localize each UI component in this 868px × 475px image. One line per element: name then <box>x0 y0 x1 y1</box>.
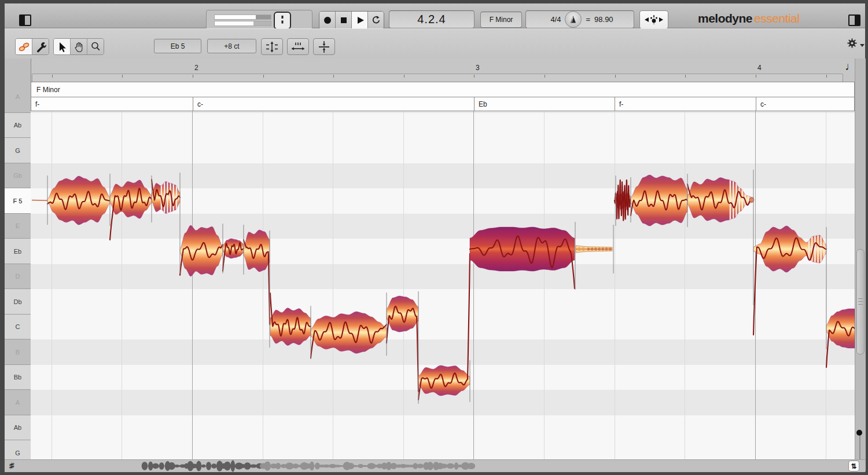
zoom-tool-button[interactable] <box>87 39 104 54</box>
pitch-row-stripe <box>31 365 855 390</box>
leveling-macro-button[interactable] <box>313 38 335 55</box>
pitch-row-stripe <box>31 390 855 415</box>
ruler-tick <box>263 75 264 78</box>
chord-track: F Minor f-c-Ebf-c- <box>31 82 855 111</box>
piano-key-a[interactable]: A <box>5 82 31 113</box>
piano-key-d[interactable]: D <box>5 264 31 290</box>
chord-track-key-label: F Minor <box>36 86 60 94</box>
note-pitch-field[interactable]: Eb 5 <box>154 39 201 53</box>
tempo-value[interactable]: 98.90 <box>594 15 613 24</box>
piano-key-a[interactable]: A <box>5 390 31 415</box>
chord-cell[interactable]: f- <box>615 97 756 111</box>
overview-waveform <box>5 460 865 472</box>
key-display[interactable]: F Minor <box>480 12 522 28</box>
chord-cell[interactable]: Eb <box>474 97 615 111</box>
beat-gridline <box>52 111 52 459</box>
metronome-icon <box>569 15 578 24</box>
pitch-ruler-keys: AAbGGbF 5EEbDDbCBBbAAbG <box>5 59 31 459</box>
correct-pitch-macro-button[interactable] <box>261 38 283 55</box>
beat-gridline <box>544 111 545 459</box>
piano-key-g[interactable]: G <box>5 440 31 459</box>
pitch-row-stripe <box>31 415 855 441</box>
ruler-tick <box>545 75 545 78</box>
pitch-row-stripe <box>31 113 855 138</box>
dashed-line-icon <box>280 15 285 26</box>
chord-cell[interactable]: c- <box>193 97 474 111</box>
cycle-button[interactable] <box>368 12 384 29</box>
scroll-grip <box>858 301 863 302</box>
piano-key-b[interactable]: B <box>5 339 31 365</box>
beat-gridline <box>403 111 404 459</box>
settings-control[interactable] <box>847 38 865 49</box>
autoscroll-button[interactable]: ⇅ <box>848 461 859 472</box>
ruler-tick <box>826 75 827 78</box>
note-assignment-icon <box>643 14 664 25</box>
piano-key-ab[interactable]: Ab <box>5 415 31 441</box>
blob-tool-button[interactable] <box>16 39 32 54</box>
chord-cell[interactable]: f- <box>31 97 193 111</box>
piano-key-g[interactable]: G <box>5 138 31 163</box>
metronome-button[interactable] <box>565 11 582 28</box>
leveling-macro-icon <box>317 41 331 53</box>
piano-key-f5[interactable]: F 5 <box>5 188 31 214</box>
time-signature[interactable]: 4/4 <box>550 15 561 24</box>
tool-toolbar: Eb 5 +8 ct <box>5 28 865 59</box>
timeline-minimap[interactable]: ♯♯ ⇅ <box>5 459 865 472</box>
piano-key-bb[interactable]: Bb <box>5 365 31 390</box>
pitch-row-stripe <box>31 163 855 189</box>
vertical-zoom-knob[interactable] <box>856 430 862 436</box>
piano-key-e[interactable]: E <box>5 214 31 239</box>
beat-gridline <box>333 111 333 459</box>
chord-cell[interactable]: c- <box>756 97 855 111</box>
right-panel-toggle-icon[interactable] <box>848 14 860 26</box>
beat-gridline <box>826 111 826 459</box>
quantize-time-macro-button[interactable] <box>287 38 309 55</box>
ruler-tick <box>685 75 686 78</box>
gear-caret-icon <box>860 44 865 47</box>
cents-offset-field[interactable]: +8 ct <box>207 39 256 53</box>
app-logo: melodyneessential <box>698 12 799 25</box>
stop-icon <box>341 17 347 23</box>
stop-button[interactable] <box>336 12 352 29</box>
left-panel-toggle-icon[interactable] <box>19 14 31 26</box>
beat-gridline <box>615 111 615 459</box>
bar-gridline <box>473 111 474 459</box>
pitch-row-stripe <box>31 138 855 163</box>
piano-key-gb[interactable]: Gb <box>5 163 31 189</box>
hand-tool-button[interactable] <box>71 39 87 54</box>
level-meter-bottom[interactable] <box>214 21 271 26</box>
gear-icon <box>847 38 858 49</box>
piano-key-ab[interactable]: Ab <box>5 113 31 138</box>
pitch-row-stripe <box>31 188 855 214</box>
song-position-display[interactable]: 4.2.4 <box>389 10 475 28</box>
note-assignment-button[interactable] <box>639 10 668 29</box>
piano-key-db[interactable]: Db <box>5 289 31 315</box>
cycle-icon <box>372 16 381 25</box>
piano-key-c[interactable]: C <box>5 315 31 340</box>
logo-melodyne: melodyne <box>698 12 752 25</box>
magnifier-icon <box>90 41 101 52</box>
ruler-tick <box>333 75 334 78</box>
vertical-scrollbar[interactable] <box>856 249 865 355</box>
play-icon <box>358 17 364 24</box>
note-assignment-tool-button[interactable] <box>32 39 49 54</box>
piano-key-eb[interactable]: Eb <box>5 239 31 264</box>
level-meter-group <box>206 10 312 30</box>
note-editor-grid[interactable] <box>31 111 855 459</box>
chord-track-key-row[interactable]: F Minor <box>31 82 854 97</box>
pitch-row-stripe <box>31 339 855 365</box>
monitor-button[interactable] <box>274 12 291 30</box>
record-button[interactable] <box>319 12 336 29</box>
vertical-zoom-track[interactable] <box>859 433 860 459</box>
ruler-bar-number: 3 <box>476 64 480 72</box>
ruler-tick <box>756 75 756 78</box>
minimap-scale-icon[interactable]: ♯♯ <box>9 461 12 470</box>
tempo-group[interactable]: 4/4 = 98.90 <box>525 10 634 28</box>
play-button[interactable] <box>352 12 368 29</box>
bar-gridline <box>755 111 756 459</box>
pitch-row-stripe <box>31 239 855 264</box>
level-meter-top[interactable] <box>214 14 271 20</box>
beat-gridline <box>685 111 685 459</box>
arrow-tool-button[interactable] <box>54 39 71 54</box>
timeline-ruler[interactable] <box>32 74 843 82</box>
